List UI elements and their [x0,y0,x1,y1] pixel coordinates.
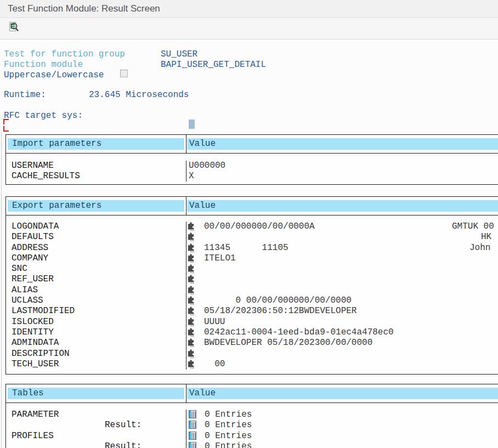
page-title: Test Function Module: Result Screen [0,3,160,14]
param-name: DESCRIPTION [6,349,186,359]
structure-icon[interactable] [188,275,196,284]
param-value: 05/18/202306:50:12BWDEVELOPER [204,306,356,316]
table-param-name: PARAMETER [6,410,186,420]
structure-icon[interactable] [188,222,196,231]
uppercase-lowercase-label: Uppercase/Lowercase [4,70,104,81]
structure-icon[interactable] [188,243,196,253]
param-name: DEFAULTS [6,232,186,242]
param-value: UUUU [204,317,225,327]
table-row: Result:0 Entries [6,420,498,430]
table-row: ISLOCKEDUUUU [6,317,498,327]
structure-icon[interactable] [188,328,196,337]
param-name: CACHE_RESULTS [6,171,186,182]
table-row: COMPANYITELO1 [6,253,498,264]
table-row: LOGONDATA00/00/000000/00/0000AGMTUK 00 [6,222,498,232]
param-name: REF_USER [6,274,186,285]
param-name: USERNAME [6,161,186,171]
internal-table-icon[interactable] [189,432,197,441]
structure-icon[interactable] [188,286,196,295]
export-table-header: Export parameters Value [6,197,498,216]
param-value-right: HK [481,232,491,242]
table-row: DESCRIPTION [6,349,498,359]
uppercase-lowercase-checkbox[interactable] [120,70,128,77]
structure-icon[interactable] [188,296,196,305]
table-row: SNC [6,264,498,274]
param-value-right: John [469,243,490,253]
function-module-label: Function module [4,60,83,70]
param-name: ISLOCKED [6,317,186,327]
param-value[interactable]: U000000 [189,161,225,171]
internal-table-icon[interactable] [189,410,197,419]
tables-value-header-label: Value [187,388,498,399]
table-row: ALIAS [6,285,498,296]
table-param-name: Result: [6,420,186,430]
internal-table-icon[interactable] [189,442,197,448]
table-row: UCLASS 0 00/00/000000/00/0000 [6,296,498,306]
table-row: TECH_USER 00 [6,359,498,370]
table-row: PARAMETER0 Entries [6,410,498,420]
table-row: ADDRESS11345 11105John [6,243,498,253]
structure-icon[interactable] [188,254,196,263]
runtime-label: Runtime: [4,90,46,100]
function-group-label: Test for function group [4,49,125,60]
param-name: LOGONDATA [6,222,186,232]
param-name: COMPANY [6,253,186,264]
structure-icon[interactable] [188,232,196,242]
structure-icon[interactable] [188,317,196,327]
entries-count[interactable]: 0 Entries [205,410,252,420]
table-row: REF_USER [6,274,498,285]
param-value: ITELO1 [204,253,236,264]
table-row: DEFAULTSHK [6,232,498,242]
table-select-corner-bottom-icon [3,126,9,132]
table-row: Result:0 Entries [6,441,498,448]
export-value-header-label: Value [187,200,498,212]
param-value-right: GMTUK 00 [452,222,494,232]
function-module-value: BAPI_USER_GET_DETAIL [161,60,266,70]
function-group-value: SU_USER [161,49,197,60]
table-row: ADMINDATABWDEVELOPER 05/18/202300/00/000… [6,338,498,348]
param-value: 0242ac11-0004-1eed-bda9-01ec4a478ec0 [204,327,394,338]
param-name: ALIAS [6,285,186,296]
param-value: 00/00/000000/00/0000A [204,222,315,232]
window-title-bar: Test Function Module: Result Screen [0,0,498,18]
structure-icon[interactable] [188,349,196,359]
param-value: 00 [204,359,225,370]
table-row: LASTMODIFIED05/18/202306:50:12BWDEVELOPE… [6,306,498,316]
import-parameters-table: Import parameters Value USERNAME U000000… [5,134,498,185]
export-header-label: Export parameters [8,200,184,212]
structure-icon[interactable] [188,307,196,316]
tables-table: Tables Value PARAMETER0 EntriesResult:0 … [5,384,498,448]
param-value: 0 00/00/000000/00/0000 [204,296,352,306]
entries-count[interactable]: 0 Entries [205,431,252,441]
param-value[interactable]: X [189,171,194,182]
table-param-name: PROFILES [6,431,186,441]
toolbar [0,19,498,39]
structure-icon[interactable] [188,360,196,369]
structure-icon[interactable] [188,338,196,348]
import-header-label: Import parameters [8,138,184,150]
entries-count[interactable]: 0 Entries [205,420,252,430]
param-name: SNC [6,264,186,274]
param-name: ADMINDATA [6,338,186,348]
rfc-target-label: RFC target sys: [4,111,83,121]
table-row: IDENTITY0242ac11-0004-1eed-bda9-01ec4a47… [6,327,498,338]
param-name: IDENTITY [6,327,186,338]
param-value: BWDEVELOPER 05/18/202300/00/0000 [204,338,372,348]
table-row: USERNAME U000000 [6,161,498,171]
tables-table-header: Tables Value [6,384,498,403]
import-value-header-label: Value [187,138,498,150]
table-row: PROFILES0 Entries [6,431,498,441]
magnifier-over-list-icon [7,21,20,37]
structure-icon[interactable] [188,264,196,274]
entries-count[interactable]: 0 Entries [205,441,252,448]
param-name: UCLASS [6,296,186,306]
table-param-name: Result: [6,441,186,448]
param-name: LASTMODIFIED [6,306,186,316]
param-name: TECH_USER [6,359,186,370]
table-row: CACHE_RESULTS X [6,171,498,182]
display-results-button[interactable] [5,21,22,37]
text-cursor[interactable] [189,120,195,129]
table-select-corner-top-icon [3,119,9,124]
param-name: ADDRESS [6,243,186,253]
internal-table-icon[interactable] [189,421,197,430]
